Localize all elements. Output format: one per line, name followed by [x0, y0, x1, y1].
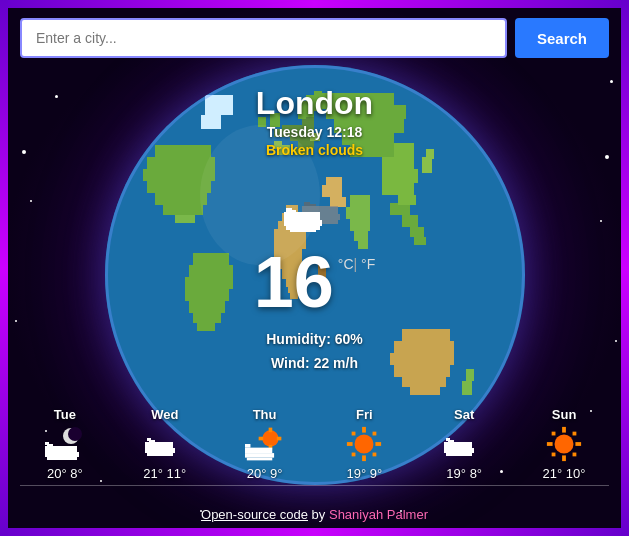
svg-rect-94 — [45, 442, 49, 445]
svg-rect-111 — [246, 458, 271, 461]
svg-rect-74 — [185, 289, 229, 301]
svg-rect-24 — [278, 259, 302, 269]
svg-rect-123 — [444, 442, 472, 448]
border-top — [0, 0, 629, 8]
svg-rect-119 — [352, 453, 356, 457]
forecast-icon — [444, 426, 484, 462]
forecast-temps: 20° 8° — [47, 466, 83, 481]
svg-rect-14 — [298, 101, 306, 119]
svg-rect-49 — [402, 329, 450, 341]
svg-rect-124 — [444, 448, 474, 453]
border-bottom — [0, 528, 629, 536]
forecast-icon — [145, 426, 185, 462]
svg-rect-61 — [350, 145, 394, 157]
svg-rect-39 — [402, 215, 418, 227]
svg-rect-7 — [310, 133, 320, 141]
star — [600, 220, 602, 222]
author-name: Shaniyah Palmer — [329, 507, 428, 522]
svg-rect-28 — [290, 293, 298, 299]
svg-rect-120 — [373, 453, 377, 457]
forecast-separator — [20, 485, 609, 486]
svg-rect-129 — [547, 442, 553, 446]
svg-rect-97 — [47, 457, 77, 460]
svg-rect-31 — [330, 197, 346, 207]
forecast-day-label: Tue — [54, 407, 76, 422]
forecast-day: Wed 21° 11° — [130, 407, 200, 481]
svg-rect-72 — [189, 265, 233, 277]
svg-rect-109 — [245, 448, 272, 453]
svg-rect-125 — [446, 453, 472, 456]
svg-point-78 — [200, 125, 320, 265]
svg-rect-54 — [410, 387, 440, 395]
search-input[interactable] — [20, 18, 507, 58]
svg-rect-42 — [382, 155, 414, 169]
forecast-icon — [45, 426, 85, 462]
svg-rect-25 — [282, 269, 302, 279]
svg-rect-51 — [390, 353, 454, 365]
forecast-temps: 19° 9° — [347, 466, 383, 481]
svg-rect-108 — [245, 444, 250, 448]
svg-rect-35 — [350, 219, 370, 231]
svg-rect-113 — [362, 427, 366, 433]
svg-rect-133 — [552, 453, 556, 457]
svg-point-103 — [262, 430, 278, 446]
svg-rect-114 — [362, 455, 366, 461]
svg-rect-66 — [155, 193, 207, 205]
forecast-temps: 21° 10° — [543, 466, 586, 481]
search-bar: Search — [20, 18, 609, 58]
svg-rect-12 — [270, 113, 280, 127]
svg-rect-107 — [276, 437, 281, 441]
svg-rect-67 — [163, 205, 203, 215]
svg-rect-77 — [197, 323, 215, 331]
forecast-day: Tue 20° 8° — [30, 407, 100, 481]
star — [610, 80, 613, 83]
open-source-link[interactable]: Open-source code — [201, 507, 308, 522]
svg-rect-130 — [575, 442, 581, 446]
svg-rect-29 — [318, 261, 326, 281]
svg-rect-41 — [414, 237, 426, 245]
svg-rect-69 — [205, 95, 233, 115]
forecast-temps: 20° 9° — [247, 466, 283, 481]
svg-rect-96 — [45, 452, 79, 457]
svg-rect-134 — [573, 453, 577, 457]
forecast-day-label: Fri — [356, 407, 373, 422]
svg-rect-34 — [346, 207, 370, 219]
svg-rect-40 — [410, 227, 424, 237]
svg-rect-56 — [466, 369, 474, 381]
star — [55, 95, 58, 98]
forecast-day-label: Wed — [151, 407, 178, 422]
svg-rect-73 — [185, 277, 233, 289]
star — [615, 340, 617, 342]
forecast-day-label: Sun — [552, 407, 577, 422]
svg-rect-55 — [462, 381, 472, 395]
star — [605, 155, 609, 159]
svg-rect-128 — [562, 455, 566, 461]
svg-point-92 — [68, 427, 82, 441]
svg-rect-95 — [45, 446, 77, 452]
svg-rect-118 — [373, 432, 377, 436]
footer-text: Open-source code by Shaniyah Palmer — [201, 507, 428, 522]
svg-rect-58 — [326, 105, 406, 119]
svg-rect-68 — [175, 215, 195, 223]
forecast-day-label: Thu — [253, 407, 277, 422]
svg-rect-132 — [573, 432, 577, 436]
svg-rect-116 — [376, 442, 382, 446]
svg-rect-37 — [358, 241, 368, 249]
svg-rect-63 — [147, 157, 215, 169]
svg-rect-53 — [402, 377, 446, 387]
search-button[interactable]: Search — [515, 18, 609, 58]
svg-rect-26 — [286, 279, 300, 287]
svg-rect-99 — [147, 438, 151, 441]
svg-rect-70 — [201, 115, 221, 129]
forecast-day-label: Sat — [454, 407, 474, 422]
forecast-icon — [245, 426, 285, 462]
forecast-day: Fri 19° 9° — [329, 407, 399, 481]
forecast-day: Sat 19° 8° — [429, 407, 499, 481]
svg-rect-45 — [382, 183, 414, 195]
svg-rect-102 — [147, 453, 173, 456]
forecast-day: Thu 20° 9° — [230, 407, 300, 481]
svg-rect-127 — [562, 427, 566, 433]
star — [15, 320, 17, 322]
by-text: by — [312, 507, 326, 522]
star — [30, 200, 32, 202]
